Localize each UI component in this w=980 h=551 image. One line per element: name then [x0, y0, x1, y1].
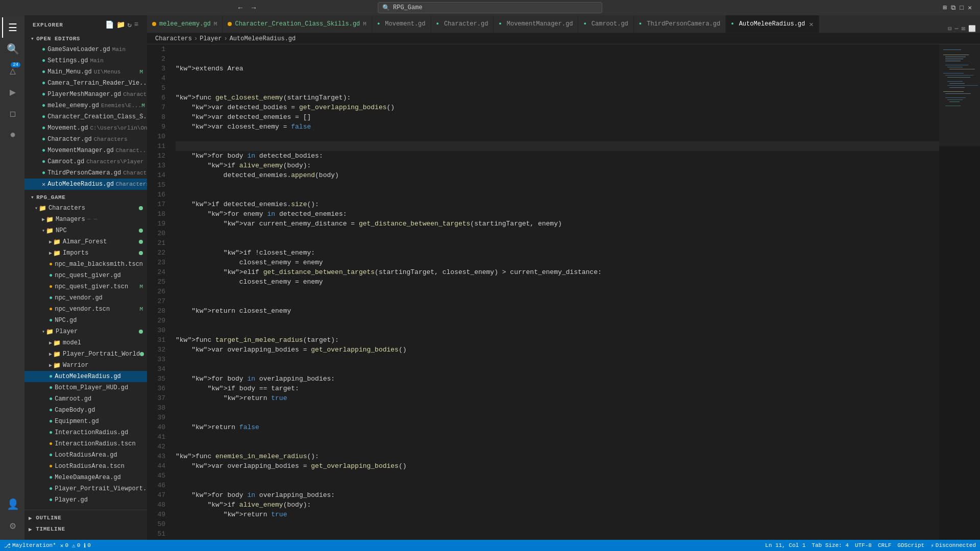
- rpg-game-section[interactable]: ▾ RPG_GAME: [24, 190, 147, 203]
- timeline-section[interactable]: ▶ TIMELINE: [24, 523, 147, 535]
- tab-thirdperson[interactable]: ● ThirdPersonCamera.gd: [634, 15, 726, 33]
- nav-back-button[interactable]: ←: [235, 3, 246, 13]
- breadcrumb-part-2[interactable]: Player: [200, 35, 222, 42]
- file-icon: ●: [42, 158, 45, 165]
- statusbar-language[interactable]: GDScript: [897, 542, 924, 548]
- file-icon: ●: [42, 124, 45, 132]
- breadcrumb-part-3[interactable]: AutoMeleeRadius.gd: [230, 35, 296, 42]
- explorer-icon: ☰: [8, 21, 17, 34]
- tree-npc[interactable]: ▾ 📁 NPC: [24, 225, 147, 236]
- open-editor-mainmenu[interactable]: ● Main_Menu.gd UI\Menus M: [24, 66, 147, 78]
- tree-managers[interactable]: ▶ 📁 Managers ─ ─: [24, 214, 147, 225]
- tree-npc-gd[interactable]: ● NPC.gd: [24, 315, 147, 326]
- statusbar-tabsize[interactable]: Tab Size: 4: [812, 542, 849, 548]
- line-number: 49: [147, 510, 165, 519]
- tree-bottom-player-hud[interactable]: ● Bottom_Player_HUD.gd: [24, 382, 147, 393]
- more-actions-icon[interactable]: ⋯: [955, 25, 959, 33]
- tree-camroot-player[interactable]: ● Camroot.gd: [24, 393, 147, 405]
- activity-search[interactable]: 🔍: [2, 39, 22, 59]
- open-editor-charcreation[interactable]: ● Character_Creation_Class_S... M: [24, 111, 147, 122]
- collapse-all-icon[interactable]: ≡: [134, 20, 139, 29]
- activity-extensions[interactable]: ◻: [2, 103, 22, 123]
- open-editor-meleeenemygd[interactable]: ● melee_enemy.gd Enemies\E... M: [24, 100, 147, 111]
- activity-source-control[interactable]: △ 24: [2, 60, 22, 81]
- tree-automeleeradius[interactable]: ● AutoMeleeRadius.gd: [24, 371, 147, 382]
- statusbar-encoding[interactable]: UTF-8: [855, 542, 872, 548]
- titlebar-search[interactable]: 🔍 RPG_Game: [378, 2, 602, 13]
- tree-imports[interactable]: ▶ 📁 Imports: [24, 247, 147, 259]
- file-icon: ●: [49, 440, 53, 447]
- tree-capebody[interactable]: ● CapeBody.gd: [24, 405, 147, 416]
- open-editor-movementmgr[interactable]: ● MovementManager.gd Charact...: [24, 145, 147, 156]
- tree-loot-radius[interactable]: ● LootRadiusArea.gd: [24, 449, 147, 461]
- activity-run[interactable]: ▶: [2, 82, 22, 102]
- layout-icon[interactable]: ⊞: [943, 4, 947, 12]
- maximize-panel-icon[interactable]: ⬜: [968, 25, 976, 33]
- tab-melee-enemy[interactable]: melee_enemy.gd M: [147, 15, 223, 33]
- open-editor-movement[interactable]: ● Movement.gd C:\Users\orlin\OneD... M: [24, 122, 147, 134]
- statusbar-errors[interactable]: ✕ 0 ⚠ 0 ℹ 0: [60, 542, 91, 549]
- breadcrumb-part-1[interactable]: Characters: [155, 35, 192, 42]
- tree-model[interactable]: ▶ 📁 model: [24, 337, 147, 348]
- code-line: [176, 471, 939, 481]
- tree-loot-radius-tscn[interactable]: ● LootRadiusArea.tscn: [24, 461, 147, 472]
- close-panel-icon[interactable]: ⊠: [962, 25, 965, 33]
- tab-camroot[interactable]: ● Camroot.gd: [578, 15, 633, 33]
- tree-warrior[interactable]: ▶ 📁 Warrior: [24, 360, 147, 371]
- statusbar-lineending[interactable]: CRLF: [878, 542, 891, 548]
- tree-interaction-radius[interactable]: ● InteractionRadius.gd: [24, 427, 147, 438]
- activity-godot[interactable]: ●: [2, 124, 22, 145]
- new-file-icon[interactable]: 📄: [105, 20, 114, 29]
- statusbar-branch[interactable]: ⎇ Maylteration*: [4, 542, 56, 549]
- tree-player[interactable]: ▾ 📁 Player: [24, 326, 147, 337]
- tree-characters[interactable]: ▾ 📁 Characters: [24, 203, 147, 214]
- close-file-icon[interactable]: ✕: [42, 181, 45, 188]
- activity-explorer[interactable]: ☰: [2, 17, 22, 38]
- open-editor-thirdpersoncam[interactable]: ● ThirdPersonCamera.gd Charact...: [24, 167, 147, 179]
- tree-player-portrait-viewport[interactable]: ● Player_Portrait_Viewport.gd: [24, 483, 147, 494]
- file-icon: ●: [42, 169, 45, 177]
- tree-npc-male-blacksmith[interactable]: ● npc_male_blacksmith.tscn: [24, 259, 147, 270]
- tree-npc-vendor-gd[interactable]: ● npc_vendor.gd: [24, 292, 147, 304]
- tree-npc-quest-giver-tscn[interactable]: ● npc_quest_giver.tscn M: [24, 281, 147, 292]
- code-content[interactable]: "kw">extends Area "kw">func get_closest_…: [172, 44, 939, 540]
- activity-account[interactable]: 👤: [2, 494, 22, 514]
- tab-movement-mgr[interactable]: ● MovementManager.gd: [494, 15, 578, 33]
- outline-section[interactable]: ▶ OUTLINE: [24, 512, 147, 523]
- open-editor-camroot[interactable]: ● Camroot.gd Characters\Player: [24, 156, 147, 167]
- tree-npc-quest-giver-gd[interactable]: ● npc_quest_giver.gd: [24, 270, 147, 281]
- statusbar-connection[interactable]: ⚡ Disconnected: [930, 542, 976, 549]
- open-editor-gamesaveloader[interactable]: ● GameSaveLoader.gd Main: [24, 44, 147, 55]
- tab-automeleeradius[interactable]: ● AutoMeleeRadius.gd ✕: [726, 15, 819, 33]
- tree-equipment[interactable]: ● Equipment.gd: [24, 416, 147, 427]
- line-number: 5: [147, 83, 165, 93]
- activity-settings[interactable]: ⚙: [2, 515, 22, 536]
- tab-char-creation[interactable]: Character_Creation_Class_Skills.gd M: [223, 15, 372, 33]
- split-icon[interactable]: ⧉: [951, 4, 955, 12]
- nav-forward-button[interactable]: →: [248, 3, 259, 13]
- open-editor-camera[interactable]: ● Camera_Terrain_Reader_Vie... M: [24, 78, 147, 89]
- open-editor-settings[interactable]: ● Settings.gd Main: [24, 55, 147, 66]
- tree-interaction-radius-tscn[interactable]: ● InteractionRadius.tscn: [24, 438, 147, 449]
- tree-npc-vendor-tscn[interactable]: ● npc_vendor.tscn M: [24, 304, 147, 315]
- tree-melee-damage-area[interactable]: ● MeleeDamageArea.gd: [24, 472, 147, 483]
- open-editor-playermesh[interactable]: ● PlayerMeshManager.gd Charact... M: [24, 89, 147, 100]
- maximize-icon[interactable]: □: [960, 4, 964, 12]
- tree-player-gd[interactable]: ● Player.gd: [24, 494, 147, 506]
- close-icon[interactable]: ✕: [968, 4, 972, 12]
- statusbar-position[interactable]: Ln 11, Col 1: [765, 542, 805, 548]
- refresh-icon[interactable]: ↻: [127, 20, 132, 29]
- open-editor-character[interactable]: ● Character.gd Characters: [24, 134, 147, 145]
- tab-close-button[interactable]: ✕: [809, 20, 813, 29]
- open-editor-automeleeradius[interactable]: ✕ AutoMeleeRadius.gd Characters\Pl...: [24, 179, 147, 190]
- tree-almar-forest[interactable]: ▶ 📁 Almar_Forest: [24, 236, 147, 247]
- file-icon: ●: [42, 80, 45, 87]
- tree-player-portrait-world[interactable]: ▶ 📁 Player_Portrait_World: [24, 348, 147, 360]
- open-editors-section[interactable]: ▾ OPEN EDITORS: [24, 31, 147, 44]
- tab-movement[interactable]: ● Movement.gd: [372, 15, 431, 33]
- tab-character[interactable]: ● Character.gd: [431, 15, 494, 33]
- breadcrumb: Characters › Player › AutoMeleeRadius.gd: [147, 33, 980, 44]
- new-folder-icon[interactable]: 📁: [116, 20, 126, 29]
- split-editor-icon[interactable]: ⊟: [948, 25, 951, 33]
- line-number: 43: [147, 452, 165, 461]
